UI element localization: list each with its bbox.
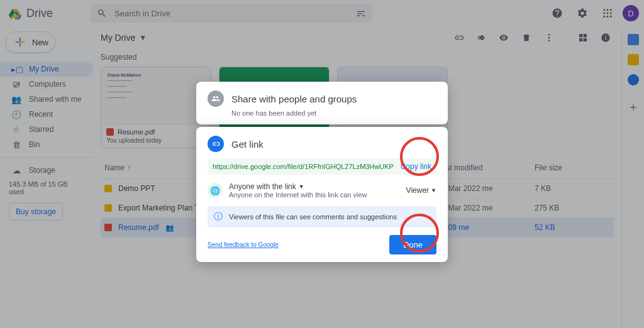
get-link-dialog: Get link https://drive.google.com/file/d…: [196, 127, 448, 262]
link-box: https://drive.google.com/file/d/1RFfnIGH…: [208, 158, 436, 175]
access-subtitle: Anyone on the Internet with this link ca…: [229, 191, 367, 199]
copy-link-button[interactable]: Copy link: [401, 162, 431, 171]
share-url[interactable]: https://drive.google.com/file/d/1RFfnIGH…: [213, 163, 394, 170]
viewer-notice: ⓘ Viewers of this file can see comments …: [208, 206, 436, 227]
share-dialog-empty: No one has been added yet: [231, 109, 436, 117]
chevron-down-icon: ▼: [431, 187, 436, 194]
access-title: Anyone with the link: [229, 182, 296, 191]
info-icon: ⓘ: [214, 211, 223, 222]
notice-text: Viewers of this file can see comments an…: [229, 213, 397, 221]
role-label: Viewer: [406, 186, 429, 195]
role-selector[interactable]: Viewer▼: [406, 186, 436, 195]
get-link-title: Get link: [231, 139, 264, 150]
chevron-down-icon: ▼: [299, 183, 304, 190]
share-people-icon: [208, 90, 224, 107]
share-dialog-title: Share with people and groups: [231, 94, 357, 104]
access-row[interactable]: 🌐 Anyone with the link▼ Anyone on the In…: [208, 182, 436, 199]
done-button[interactable]: Done: [389, 235, 436, 254]
globe-icon: 🌐: [208, 183, 223, 198]
send-feedback-link[interactable]: Send feedback to Google: [208, 241, 279, 248]
link-icon: [208, 136, 224, 152]
share-dialog: Share with people and groups No one has …: [196, 82, 448, 124]
